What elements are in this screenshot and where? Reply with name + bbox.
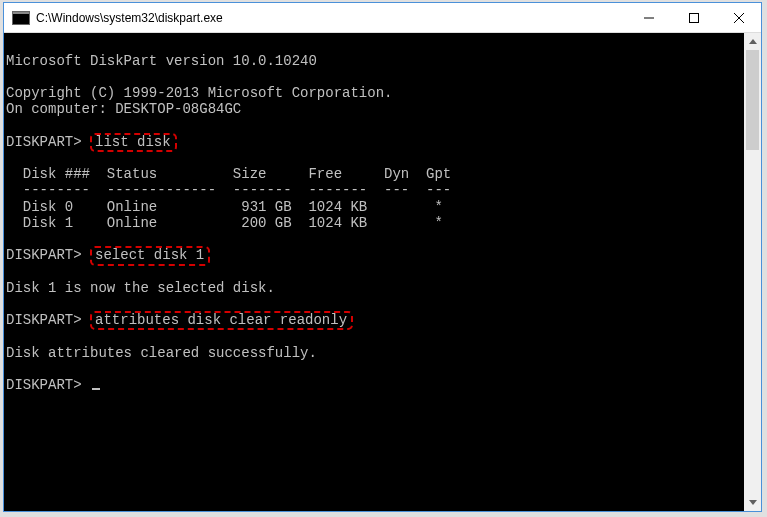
prompt-text: DISKPART> — [6, 312, 82, 328]
window-title: C:\Windows\system32\diskpart.exe — [36, 11, 626, 25]
blank-line — [6, 117, 744, 133]
scroll-up-button[interactable] — [744, 33, 761, 50]
minimize-button[interactable] — [626, 3, 671, 32]
highlight-select-disk: select disk 1 — [90, 246, 210, 266]
table-separator: -------- ------------- ------- ------- -… — [6, 182, 744, 198]
blank-line — [6, 296, 744, 312]
app-window: C:\Windows\system32\diskpart.exe Microso… — [3, 2, 762, 512]
table-row: Disk 0 Online 931 GB 1024 KB * — [6, 199, 744, 215]
computer-line: On computer: DESKTOP-08G84GC — [6, 101, 744, 117]
maximize-button[interactable] — [671, 3, 716, 32]
blank-line — [6, 37, 744, 53]
attr-result: Disk attributes cleared successfully. — [6, 345, 744, 361]
select-result: Disk 1 is now the selected disk. — [6, 280, 744, 296]
scroll-thumb[interactable] — [746, 50, 759, 150]
prompt-line: DISKPART> attributes disk clear readonly — [6, 312, 744, 329]
prompt-line: DISKPART> — [6, 377, 744, 393]
titlebar[interactable]: C:\Windows\system32\diskpart.exe — [4, 3, 761, 33]
prompt-line: DISKPART> list disk — [6, 134, 744, 151]
prompt-text: DISKPART> — [6, 247, 82, 263]
scroll-track[interactable] — [744, 50, 761, 494]
blank-line — [6, 264, 744, 280]
window-controls — [626, 3, 761, 32]
highlight-list-disk: list disk — [90, 133, 177, 153]
copyright-line: Copyright (C) 1999-2013 Microsoft Corpor… — [6, 85, 744, 101]
version-line: Microsoft DiskPart version 10.0.10240 — [6, 53, 744, 69]
vertical-scrollbar[interactable] — [744, 33, 761, 511]
prompt-text: DISKPART> — [6, 134, 82, 150]
prompt-line: DISKPART> select disk 1 — [6, 247, 744, 264]
app-icon — [12, 11, 30, 25]
svg-rect-1 — [689, 13, 698, 22]
close-button[interactable] — [716, 3, 761, 32]
scroll-down-button[interactable] — [744, 494, 761, 511]
blank-line — [6, 361, 744, 377]
console-output[interactable]: Microsoft DiskPart version 10.0.10240 Co… — [4, 33, 744, 511]
blank-line — [6, 328, 744, 344]
blank-line — [6, 150, 744, 166]
cursor — [92, 388, 100, 390]
highlight-attributes: attributes disk clear readonly — [90, 311, 353, 331]
blank-line — [6, 231, 744, 247]
table-row: Disk 1 Online 200 GB 1024 KB * — [6, 215, 744, 231]
blank-line — [6, 69, 744, 85]
prompt-text: DISKPART> — [6, 377, 82, 393]
console-area: Microsoft DiskPart version 10.0.10240 Co… — [4, 33, 761, 511]
table-header: Disk ### Status Size Free Dyn Gpt — [6, 166, 744, 182]
